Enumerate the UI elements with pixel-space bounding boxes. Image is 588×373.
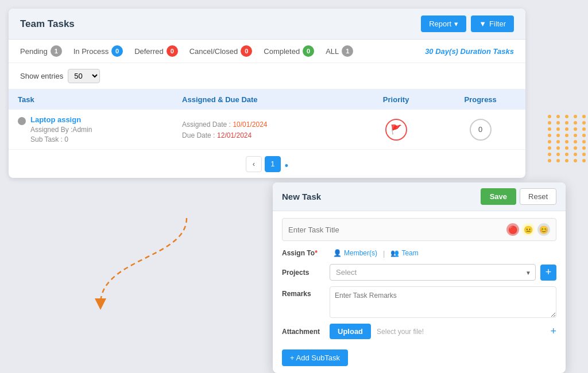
priority-flag-icon: 🚩 [385,119,407,141]
dot-grid [548,115,588,162]
remarks-textarea[interactable] [330,286,556,318]
card-header: Team Tasks Report ▾ ▼ Filter [9,9,525,40]
emoji-gray-button[interactable]: 😊 [537,223,550,236]
col-priority: Priority [357,90,435,110]
tab-all-label: ALL [326,47,339,56]
reset-button[interactable]: Reset [520,188,556,205]
tab-pending-badge: 1 [51,45,62,57]
task-progress-cell: 0 [435,110,525,150]
tab-pending[interactable]: Pending 1 [20,45,62,57]
projects-label: Projects [282,269,325,277]
attachment-controls: Upload Select your file! + [330,324,556,339]
tab-all[interactable]: ALL 1 [326,45,353,57]
assign-members-tab[interactable]: 👤 Member(s) [330,248,381,258]
projects-row: Projects Select + [282,264,556,281]
tab-in-process[interactable]: In Process 0 [74,45,123,57]
due-date-label: Due Date : [182,131,215,139]
member-icon: 👤 [333,249,342,257]
report-button[interactable]: Report ▾ [421,15,466,32]
emoji-red-button[interactable]: 🔴 [506,223,519,236]
required-star: * [315,249,318,257]
add-subtask-container: + Add SubTask [282,345,556,366]
due-date-value: 12/01/2024 [217,131,252,139]
projects-select[interactable]: Select [330,264,536,281]
tab-completed-badge: 0 [303,45,314,57]
task-title-row: 🔴 😐 😊 [282,218,556,241]
new-task-body: 🔴 😐 😊 Assign To* 👤 Member(s) | 👥 Team [273,211,566,373]
task-name-link[interactable]: Laptop assign [30,115,81,124]
filter-label: Filter [489,20,506,28]
remarks-label: Remarks [282,290,325,298]
tab-deferred-badge: 0 [167,45,178,57]
filter-button[interactable]: ▼ Filter [471,15,514,32]
assigned-date-value: 10/01/2024 [233,121,267,129]
tabs-row: Pending 1 In Process 0 Deferred 0 Cancel… [9,40,525,63]
team-tab-label: Team [401,249,418,257]
page-1-button[interactable]: 1 [265,156,281,172]
entries-select[interactable]: 50 25 100 [68,69,100,83]
file-placeholder: Select your file! [377,328,424,336]
attachment-add-button[interactable]: + [550,325,556,337]
report-label: Report [429,20,451,28]
tab-all-badge: 1 [342,45,353,57]
tab-completed-label: Completed [264,47,300,56]
emoji-yellow-button[interactable]: 😐 [522,223,535,236]
assign-to-row: Assign To* 👤 Member(s) | 👥 Team [282,248,556,258]
table-header-row: Task Assigned & Due Date Priority Progre… [9,90,525,110]
new-task-header-buttons: Save Reset [481,188,556,205]
col-task: Task [9,90,173,110]
attachment-row: Attachment Upload Select your file! + [282,324,556,339]
duration-link[interactable]: 30 Day(s) Duration Tasks [425,47,514,56]
task-cell: Laptop assign Assigned By :Admin Sub Tas… [9,110,173,150]
tab-deferred[interactable]: Deferred 0 [134,45,178,57]
assigned-date-label: Assigned Date : [182,121,231,129]
task-table: Task Assigned & Due Date Priority Progre… [9,90,525,150]
task-priority-cell: 🚩 [357,110,435,150]
col-date: Assigned & Due Date [173,90,357,110]
remarks-row: Remarks [282,286,556,318]
attachment-label: Attachment [282,328,325,336]
task-dates-cell: Assigned Date : 10/01/2024 Due Date : 12… [173,110,357,150]
table-row: Laptop assign Assigned By :Admin Sub Tas… [9,110,525,150]
team-icon: 👥 [390,249,399,257]
progress-circle: 0 [470,119,492,141]
tab-deferred-label: Deferred [134,47,164,56]
tab-in-process-label: In Process [74,47,109,56]
table-footer: ‹ 1 • [9,150,525,178]
header-buttons: Report ▾ ▼ Filter [421,15,514,32]
tab-cancel-label: Cancel/Closed [189,47,238,56]
tab-pending-label: Pending [20,47,48,56]
tab-in-process-badge: 0 [111,45,123,57]
assign-team-tab[interactable]: 👥 Team [387,248,421,258]
page-title: Team Tasks [20,18,75,30]
tab-cancel-badge: 0 [241,45,252,57]
chevron-down-icon: ▾ [454,20,458,28]
projects-add-button[interactable]: + [540,265,556,281]
tab-cancel-closed[interactable]: Cancel/Closed 0 [189,45,253,57]
task-sub-count: Sub Task : 0 [30,135,92,143]
tab-completed[interactable]: Completed 0 [264,45,314,57]
status-dot [18,117,26,125]
task-title-input[interactable] [288,226,506,234]
add-subtask-button[interactable]: + Add SubTask [282,349,348,366]
show-entries-label: Show entries [20,72,63,80]
dashed-arrow-decoration [89,212,284,316]
prev-page-button[interactable]: ‹ [246,156,262,172]
assign-divider: | [383,249,385,258]
new-task-title: New Task [282,192,321,201]
assign-to-label: Assign To* [282,249,325,257]
save-button[interactable]: Save [481,188,516,205]
table-controls: Show entries 50 25 100 [9,63,525,90]
new-task-header: New Task Save Reset [273,182,566,211]
main-card: Team Tasks Report ▾ ▼ Filter Pending 1 I… [9,9,525,178]
page-dot: • [285,160,288,172]
projects-select-wrapper: Select [330,264,536,281]
col-progress: Progress [435,90,525,110]
filter-icon: ▼ [479,20,486,28]
members-tab-label: Member(s) [344,249,377,257]
upload-button[interactable]: Upload [330,324,371,339]
task-assigned-by: Assigned By :Admin [30,126,92,134]
assign-tabs: 👤 Member(s) | 👥 Team [330,248,422,258]
new-task-panel: New Task Save Reset 🔴 😐 😊 Assign To* 👤 [273,182,566,373]
emoji-icons: 🔴 😐 😊 [506,223,550,236]
